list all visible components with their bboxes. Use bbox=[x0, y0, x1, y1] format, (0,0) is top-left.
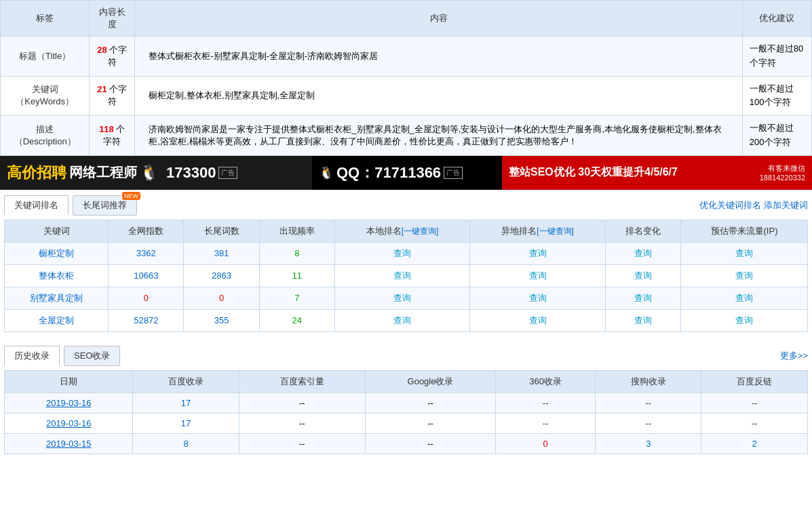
optimize-keyword-link[interactable]: 优化关键词排名 bbox=[699, 200, 761, 210]
ad-wechat: 有客来微信 18814220332 bbox=[760, 163, 805, 182]
collection-row: 2019-03-16 17 -- -- -- -- -- bbox=[5, 392, 808, 413]
coll-backlink: 2 bbox=[701, 433, 808, 454]
keyword-row: 别墅家具定制 0 0 7 查询 查询 查询 查询 bbox=[5, 287, 808, 309]
ad-tag-left: 广告 bbox=[218, 167, 237, 179]
coll-google: -- bbox=[365, 433, 496, 454]
keyword-tabs: 关键词排名 长尾词推荐 NEW 优化关键词排名 添加关键词 bbox=[4, 195, 808, 216]
kw-col-header: 排名变化 bbox=[605, 220, 680, 242]
coll-col-header: 百度反链 bbox=[701, 370, 808, 392]
collection-section: 历史收录 SEO收录 更多>> 日期百度收录百度索引量Google收录360收录… bbox=[0, 340, 812, 460]
col-header-suggestion: 优化建议 bbox=[742, 1, 811, 37]
owl-icon: 🐧 bbox=[140, 164, 158, 182]
seo-suggestion: 一般不超过200个字符 bbox=[742, 116, 811, 156]
more-anchor[interactable]: 更多>> bbox=[780, 350, 808, 361]
seo-length: 118 个字符 bbox=[90, 116, 135, 156]
ad-middle[interactable]: 🐧 QQ：71711366 广告 bbox=[312, 156, 502, 190]
kw-frequency: 24 bbox=[259, 309, 334, 331]
kw-change[interactable]: 查询 bbox=[605, 242, 680, 264]
keyword-row: 橱柜定制 3362 381 8 查询 查询 查询 查询 bbox=[5, 242, 808, 264]
coll-col-header: 360收录 bbox=[496, 370, 596, 392]
coll-backlink: -- bbox=[701, 392, 808, 413]
keyword-row: 全屋定制 52872 355 24 查询 查询 查询 查询 bbox=[5, 309, 808, 331]
coll-date[interactable]: 2019-03-16 bbox=[5, 392, 133, 413]
coll-baidu-index: -- bbox=[239, 433, 365, 454]
col-header-label: 标签 bbox=[1, 1, 90, 37]
coll-col-header: Google收录 bbox=[365, 370, 496, 392]
kw-local[interactable]: 查询 bbox=[334, 264, 469, 287]
ad-tag-middle: 广告 bbox=[444, 167, 463, 179]
kw-index: 52872 bbox=[109, 309, 184, 331]
seo-label: 标题（Title） bbox=[1, 37, 90, 77]
kw-traffic[interactable]: 查询 bbox=[680, 242, 807, 264]
kw-index: 0 bbox=[109, 287, 184, 309]
ad-banner[interactable]: 高价招聘 网络工程师 🐧 173300 广告 🐧 QQ：71711366 广告 … bbox=[0, 156, 812, 190]
ad-left[interactable]: 高价招聘 网络工程师 🐧 173300 广告 bbox=[0, 156, 312, 190]
kw-col-header: 全网指数 bbox=[109, 220, 184, 242]
kw-change[interactable]: 查询 bbox=[605, 309, 680, 331]
kw-traffic[interactable]: 查询 bbox=[680, 309, 807, 331]
kw-local[interactable]: 查询 bbox=[334, 309, 469, 331]
coll-baidu: 17 bbox=[133, 413, 239, 433]
kw-longtail: 2863 bbox=[184, 264, 259, 287]
kw-change[interactable]: 查询 bbox=[605, 287, 680, 309]
ad-right[interactable]: 整站SEO优化 30天权重提升4/5/6/7 有客来微信 18814220332 bbox=[502, 156, 812, 190]
col-header-content: 内容 bbox=[135, 1, 742, 37]
kw-remote[interactable]: 查询 bbox=[470, 287, 605, 309]
keyword-table: 关键词全网指数长尾词数出现频率本地排名[一键查询]异地排名[一键查询]排名变化预… bbox=[4, 220, 808, 332]
kw-col-header: 长尾词数 bbox=[184, 220, 259, 242]
tab-history-collection[interactable]: 历史收录 bbox=[4, 346, 60, 366]
seo-label: 关键词（KeyWords） bbox=[1, 76, 90, 116]
tab-keyword-ranking[interactable]: 关键词排名 bbox=[4, 195, 69, 216]
kw-traffic[interactable]: 查询 bbox=[680, 264, 807, 287]
kw-name: 别墅家具定制 bbox=[5, 287, 109, 309]
coll-baidu-index: -- bbox=[239, 413, 365, 433]
seo-suggestion: 一般不超过80个字符 bbox=[742, 37, 811, 77]
seo-row: 描述（Description） 118 个字符 济南欧姆智尚家居是一家专注于提供… bbox=[1, 116, 812, 156]
collection-row: 2019-03-16 17 -- -- -- -- -- bbox=[5, 413, 808, 433]
seo-label: 描述（Description） bbox=[1, 116, 90, 156]
coll-date[interactable]: 2019-03-15 bbox=[5, 433, 133, 454]
optimize-links: 优化关键词排名 添加关键词 bbox=[699, 199, 808, 211]
kw-remote[interactable]: 查询 bbox=[470, 242, 605, 264]
seo-length: 28 个字符 bbox=[90, 37, 135, 77]
kw-frequency: 7 bbox=[259, 287, 334, 309]
tab-longtail[interactable]: 长尾词推荐 NEW bbox=[73, 195, 137, 216]
coll-col-header: 日期 bbox=[5, 370, 133, 392]
coll-baidu: 17 bbox=[133, 392, 239, 413]
kw-remote[interactable]: 查询 bbox=[470, 309, 605, 331]
col-header-length: 内容长度 bbox=[90, 1, 135, 37]
coll-date[interactable]: 2019-03-16 bbox=[5, 413, 133, 433]
seo-row: 关键词（KeyWords） 21 个字符 橱柜定制,整体衣柜,别墅家具定制,全屋… bbox=[1, 76, 812, 116]
collection-table: 日期百度收录百度索引量Google收录360收录搜狗收录百度反链 2019-03… bbox=[4, 370, 808, 454]
kw-traffic[interactable]: 查询 bbox=[680, 287, 807, 309]
kw-frequency: 8 bbox=[259, 242, 334, 264]
seo-row: 标题（Title） 28 个字符 整体式橱柜衣柜-别墅家具定制-全屋定制-济南欧… bbox=[1, 37, 812, 77]
kw-col-header: 出现频率 bbox=[259, 220, 334, 242]
add-keyword-link[interactable]: 添加关键词 bbox=[764, 200, 808, 210]
kw-local[interactable]: 查询 bbox=[334, 242, 469, 264]
coll-col-header: 百度收录 bbox=[133, 370, 239, 392]
more-link[interactable]: 更多>> bbox=[780, 350, 808, 362]
tab-seo-collection[interactable]: SEO收录 bbox=[64, 346, 120, 366]
coll-baidu: 8 bbox=[133, 433, 239, 454]
seo-content: 橱柜定制,整体衣柜,别墅家具定制,全屋定制 bbox=[135, 76, 742, 116]
keyword-section: 关键词排名 长尾词推荐 NEW 优化关键词排名 添加关键词 关键词全网指数长尾词… bbox=[0, 190, 812, 338]
kw-remote[interactable]: 查询 bbox=[470, 264, 605, 287]
new-badge: NEW bbox=[122, 192, 140, 200]
kw-local[interactable]: 查询 bbox=[334, 287, 469, 309]
seo-content: 济南欧姆智尚家居是一家专注于提供整体式橱柜衣柜_别墅家具定制_全屋定制等,安装与… bbox=[135, 116, 742, 156]
kw-col-header: 关键词 bbox=[5, 220, 109, 242]
ad-phone: 173300 bbox=[166, 164, 216, 182]
seo-suggestion: 一般不超过100个字符 bbox=[742, 76, 811, 116]
qq-icon: 🐧 bbox=[319, 165, 334, 180]
seo-content: 整体式橱柜衣柜-别墅家具定制-全屋定制-济南欧姆智尚家居 bbox=[135, 37, 742, 77]
kw-frequency: 11 bbox=[259, 264, 334, 287]
kw-change[interactable]: 查询 bbox=[605, 264, 680, 287]
coll-baidu-index: -- bbox=[239, 392, 365, 413]
coll-google: -- bbox=[365, 413, 496, 433]
coll-sogou: -- bbox=[596, 413, 701, 433]
ad-job-text: 网络工程师 bbox=[69, 163, 137, 182]
ad-qq: QQ：71711366 bbox=[336, 163, 441, 183]
kw-index: 10663 bbox=[109, 264, 184, 287]
coll-360: -- bbox=[496, 392, 596, 413]
